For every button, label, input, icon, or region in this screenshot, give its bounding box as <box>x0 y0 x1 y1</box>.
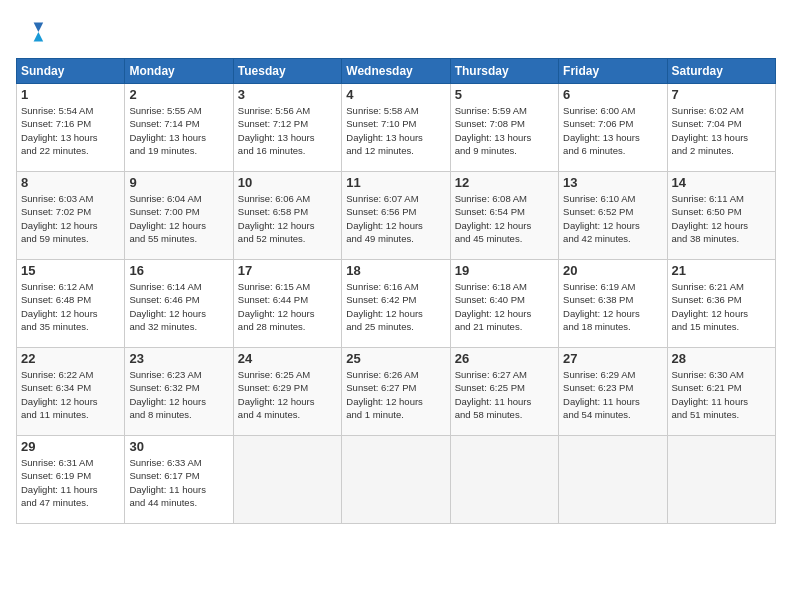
calendar-cell: 24Sunrise: 6:25 AMSunset: 6:29 PMDayligh… <box>233 348 341 436</box>
day-info: Sunrise: 6:16 AMSunset: 6:42 PMDaylight:… <box>346 280 445 333</box>
calendar-cell: 30Sunrise: 6:33 AMSunset: 6:17 PMDayligh… <box>125 436 233 524</box>
day-info: Sunrise: 5:54 AMSunset: 7:16 PMDaylight:… <box>21 104 120 157</box>
weekday-monday: Monday <box>125 59 233 84</box>
weekday-saturday: Saturday <box>667 59 775 84</box>
calendar-cell: 12Sunrise: 6:08 AMSunset: 6:54 PMDayligh… <box>450 172 558 260</box>
day-number: 6 <box>563 87 662 102</box>
day-info: Sunrise: 5:56 AMSunset: 7:12 PMDaylight:… <box>238 104 337 157</box>
day-info: Sunrise: 6:31 AMSunset: 6:19 PMDaylight:… <box>21 456 120 509</box>
calendar-cell: 27Sunrise: 6:29 AMSunset: 6:23 PMDayligh… <box>559 348 667 436</box>
weekday-header-row: SundayMondayTuesdayWednesdayThursdayFrid… <box>17 59 776 84</box>
calendar-cell: 14Sunrise: 6:11 AMSunset: 6:50 PMDayligh… <box>667 172 775 260</box>
calendar-cell: 19Sunrise: 6:18 AMSunset: 6:40 PMDayligh… <box>450 260 558 348</box>
day-info: Sunrise: 6:21 AMSunset: 6:36 PMDaylight:… <box>672 280 771 333</box>
day-number: 15 <box>21 263 120 278</box>
day-info: Sunrise: 6:26 AMSunset: 6:27 PMDaylight:… <box>346 368 445 421</box>
day-number: 16 <box>129 263 228 278</box>
day-number: 2 <box>129 87 228 102</box>
weekday-thursday: Thursday <box>450 59 558 84</box>
calendar-week-5: 29Sunrise: 6:31 AMSunset: 6:19 PMDayligh… <box>17 436 776 524</box>
day-number: 13 <box>563 175 662 190</box>
calendar-cell <box>342 436 450 524</box>
calendar-cell: 2Sunrise: 5:55 AMSunset: 7:14 PMDaylight… <box>125 84 233 172</box>
calendar-cell: 5Sunrise: 5:59 AMSunset: 7:08 PMDaylight… <box>450 84 558 172</box>
calendar-cell <box>450 436 558 524</box>
calendar-cell: 9Sunrise: 6:04 AMSunset: 7:00 PMDaylight… <box>125 172 233 260</box>
calendar-cell: 26Sunrise: 6:27 AMSunset: 6:25 PMDayligh… <box>450 348 558 436</box>
day-number: 28 <box>672 351 771 366</box>
day-info: Sunrise: 6:07 AMSunset: 6:56 PMDaylight:… <box>346 192 445 245</box>
day-info: Sunrise: 5:58 AMSunset: 7:10 PMDaylight:… <box>346 104 445 157</box>
svg-marker-0 <box>34 22 44 32</box>
logo <box>16 16 52 48</box>
day-info: Sunrise: 6:00 AMSunset: 7:06 PMDaylight:… <box>563 104 662 157</box>
weekday-tuesday: Tuesday <box>233 59 341 84</box>
calendar-cell: 8Sunrise: 6:03 AMSunset: 7:02 PMDaylight… <box>17 172 125 260</box>
day-number: 26 <box>455 351 554 366</box>
day-number: 22 <box>21 351 120 366</box>
day-info: Sunrise: 6:19 AMSunset: 6:38 PMDaylight:… <box>563 280 662 333</box>
calendar-table: SundayMondayTuesdayWednesdayThursdayFrid… <box>16 58 776 524</box>
day-info: Sunrise: 6:04 AMSunset: 7:00 PMDaylight:… <box>129 192 228 245</box>
calendar-cell <box>559 436 667 524</box>
day-info: Sunrise: 6:12 AMSunset: 6:48 PMDaylight:… <box>21 280 120 333</box>
day-info: Sunrise: 6:06 AMSunset: 6:58 PMDaylight:… <box>238 192 337 245</box>
weekday-sunday: Sunday <box>17 59 125 84</box>
day-info: Sunrise: 6:25 AMSunset: 6:29 PMDaylight:… <box>238 368 337 421</box>
day-info: Sunrise: 6:23 AMSunset: 6:32 PMDaylight:… <box>129 368 228 421</box>
day-number: 12 <box>455 175 554 190</box>
calendar-week-3: 15Sunrise: 6:12 AMSunset: 6:48 PMDayligh… <box>17 260 776 348</box>
calendar-cell: 29Sunrise: 6:31 AMSunset: 6:19 PMDayligh… <box>17 436 125 524</box>
calendar-cell: 15Sunrise: 6:12 AMSunset: 6:48 PMDayligh… <box>17 260 125 348</box>
day-info: Sunrise: 6:08 AMSunset: 6:54 PMDaylight:… <box>455 192 554 245</box>
day-number: 11 <box>346 175 445 190</box>
calendar-cell: 10Sunrise: 6:06 AMSunset: 6:58 PMDayligh… <box>233 172 341 260</box>
calendar-cell: 3Sunrise: 5:56 AMSunset: 7:12 PMDaylight… <box>233 84 341 172</box>
calendar-cell: 6Sunrise: 6:00 AMSunset: 7:06 PMDaylight… <box>559 84 667 172</box>
day-info: Sunrise: 6:03 AMSunset: 7:02 PMDaylight:… <box>21 192 120 245</box>
calendar-cell: 11Sunrise: 6:07 AMSunset: 6:56 PMDayligh… <box>342 172 450 260</box>
calendar-week-2: 8Sunrise: 6:03 AMSunset: 7:02 PMDaylight… <box>17 172 776 260</box>
calendar-cell: 20Sunrise: 6:19 AMSunset: 6:38 PMDayligh… <box>559 260 667 348</box>
day-number: 9 <box>129 175 228 190</box>
day-info: Sunrise: 6:10 AMSunset: 6:52 PMDaylight:… <box>563 192 662 245</box>
day-number: 8 <box>21 175 120 190</box>
day-info: Sunrise: 6:02 AMSunset: 7:04 PMDaylight:… <box>672 104 771 157</box>
day-info: Sunrise: 5:59 AMSunset: 7:08 PMDaylight:… <box>455 104 554 157</box>
day-info: Sunrise: 6:27 AMSunset: 6:25 PMDaylight:… <box>455 368 554 421</box>
calendar-cell: 23Sunrise: 6:23 AMSunset: 6:32 PMDayligh… <box>125 348 233 436</box>
day-info: Sunrise: 6:18 AMSunset: 6:40 PMDaylight:… <box>455 280 554 333</box>
day-number: 3 <box>238 87 337 102</box>
day-number: 17 <box>238 263 337 278</box>
svg-marker-1 <box>34 32 44 42</box>
calendar-cell <box>233 436 341 524</box>
day-number: 14 <box>672 175 771 190</box>
calendar-cell <box>667 436 775 524</box>
weekday-wednesday: Wednesday <box>342 59 450 84</box>
calendar-cell: 17Sunrise: 6:15 AMSunset: 6:44 PMDayligh… <box>233 260 341 348</box>
day-info: Sunrise: 6:14 AMSunset: 6:46 PMDaylight:… <box>129 280 228 333</box>
logo-icon <box>16 16 48 48</box>
day-number: 4 <box>346 87 445 102</box>
day-number: 7 <box>672 87 771 102</box>
day-number: 5 <box>455 87 554 102</box>
day-info: Sunrise: 5:55 AMSunset: 7:14 PMDaylight:… <box>129 104 228 157</box>
day-info: Sunrise: 6:29 AMSunset: 6:23 PMDaylight:… <box>563 368 662 421</box>
header <box>16 16 776 48</box>
page-container: SundayMondayTuesdayWednesdayThursdayFrid… <box>0 0 792 612</box>
calendar-cell: 1Sunrise: 5:54 AMSunset: 7:16 PMDaylight… <box>17 84 125 172</box>
day-number: 21 <box>672 263 771 278</box>
day-number: 19 <box>455 263 554 278</box>
day-number: 30 <box>129 439 228 454</box>
weekday-friday: Friday <box>559 59 667 84</box>
day-number: 29 <box>21 439 120 454</box>
day-info: Sunrise: 6:33 AMSunset: 6:17 PMDaylight:… <box>129 456 228 509</box>
day-number: 20 <box>563 263 662 278</box>
day-info: Sunrise: 6:30 AMSunset: 6:21 PMDaylight:… <box>672 368 771 421</box>
day-number: 10 <box>238 175 337 190</box>
day-number: 23 <box>129 351 228 366</box>
calendar-cell: 28Sunrise: 6:30 AMSunset: 6:21 PMDayligh… <box>667 348 775 436</box>
calendar-cell: 16Sunrise: 6:14 AMSunset: 6:46 PMDayligh… <box>125 260 233 348</box>
calendar-cell: 13Sunrise: 6:10 AMSunset: 6:52 PMDayligh… <box>559 172 667 260</box>
day-number: 25 <box>346 351 445 366</box>
